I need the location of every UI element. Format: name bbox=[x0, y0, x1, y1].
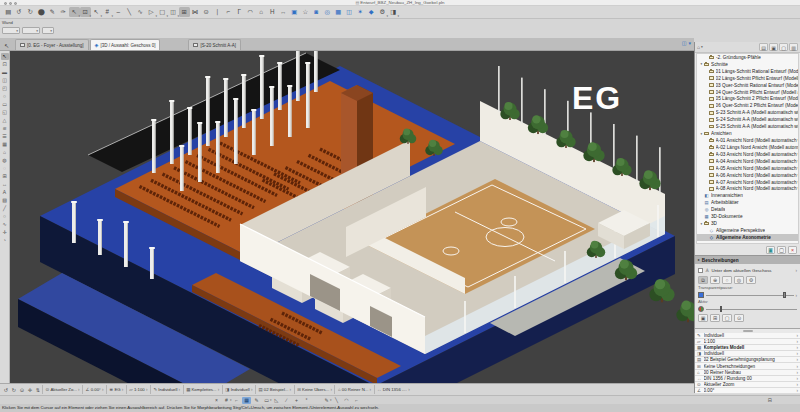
tree-item[interactable]: 02 Längs-Schnitt Pflicht Entwurf (Modell… bbox=[697, 75, 798, 82]
settings-icon[interactable]: ⚙▾ bbox=[377, 7, 388, 17]
tree-item[interactable]: ▾3D bbox=[697, 220, 798, 227]
camera-icon[interactable]: ▦ bbox=[333, 7, 344, 17]
edit-plane-icon[interactable]: ✎ bbox=[252, 397, 261, 405]
align-icon[interactable]: ↔ bbox=[278, 7, 289, 17]
project-map-icon[interactable]: ▤ bbox=[759, 43, 768, 51]
trim-icon[interactable]: ⋈ bbox=[190, 7, 201, 17]
corner-icon[interactable]: ⌐ bbox=[223, 7, 234, 17]
pick-icon[interactable]: ⊙ bbox=[734, 314, 744, 322]
tree-item[interactable]: A-01 Ansicht Nord (Modell automatisch wi… bbox=[697, 137, 798, 144]
beam-tool-icon[interactable]: ▭ bbox=[1, 101, 9, 108]
quick-bar-item[interactable]: ▦Komplettes...› bbox=[183, 385, 222, 394]
tree-item[interactable]: ◇Allgemeine Perspektive bbox=[697, 227, 798, 234]
zone-tool-icon[interactable]: ◌ bbox=[1, 165, 9, 172]
quick-bar-item[interactable]: ⊙Aktueller Zo...› bbox=[42, 385, 82, 394]
globe-icon[interactable]: ◎ bbox=[322, 7, 333, 17]
tab--s-20-schnitt-a-a-[interactable]: [S-20 Schnitt A-A] bbox=[188, 39, 241, 50]
corner-segment-icon[interactable]: ⌐ bbox=[352, 397, 361, 405]
line-tool-icon[interactable]: ╲ bbox=[124, 7, 135, 17]
line-segment-icon[interactable]: ╲ bbox=[332, 397, 341, 405]
pen-sets-icon[interactable]: ◨▾ bbox=[388, 7, 399, 17]
circle-tool-icon[interactable]: ○ bbox=[1, 213, 9, 220]
fill-tool-icon[interactable]: ▨ bbox=[1, 197, 9, 204]
tree-item[interactable]: A-06 Ansicht Nord (Modell automatisch wi… bbox=[697, 172, 798, 179]
view-map-icon[interactable]: ▣ bbox=[769, 43, 778, 51]
transparency-slider[interactable] bbox=[706, 295, 794, 296]
tab--3d-auswahl-geschoss-0-[interactable]: ◈[3D / Auswahl: Geschoss 0] bbox=[90, 39, 161, 50]
arrow-drop-icon[interactable]: ↖▾ bbox=[91, 7, 102, 17]
snap-grid-icon[interactable]: #▾ bbox=[222, 397, 231, 405]
tree-item[interactable]: ◧Innenansichten bbox=[697, 192, 798, 199]
pen-icon[interactable]: ✎ bbox=[47, 7, 58, 17]
fill-icon[interactable]: ⬤ bbox=[36, 7, 47, 17]
split-icon[interactable]: ⊙ bbox=[201, 7, 212, 17]
split-view-icon[interactable]: ▣ bbox=[698, 314, 708, 322]
overlay-icon[interactable]: ⊞ bbox=[710, 314, 720, 322]
snap-grid-icon[interactable]: #▾ bbox=[102, 7, 113, 17]
tree-item[interactable]: A-04 Ansicht Nord (Modell automatisch wi… bbox=[697, 158, 798, 165]
tree-item[interactable]: A-03 Ansicht Nord (Modell automatisch wi… bbox=[697, 151, 798, 158]
quick-bar-item[interactable]: ∠0.00°› bbox=[82, 385, 106, 394]
tree-item[interactable]: ◎Details bbox=[697, 206, 798, 213]
camera-tool-icon[interactable]: ◔ bbox=[1, 237, 9, 244]
tree-item[interactable]: S-24 Schnitt A-A (Modell automatisch wie… bbox=[697, 116, 798, 123]
tree-item[interactable]: 04 Quer-Schnitt Pflicht Entwurf (Modell … bbox=[697, 89, 798, 96]
quick-bar-item[interactable]: ⊞Keine Übers...› bbox=[294, 385, 335, 394]
tree-item[interactable]: A-02 Längs Nord Ansicht (Modell automati… bbox=[697, 144, 798, 151]
degree-icon[interactable]: ° bbox=[302, 397, 311, 405]
mesh-tool-icon[interactable]: ⊞ bbox=[1, 173, 9, 180]
door-tool-icon[interactable]: ◫ bbox=[1, 77, 9, 84]
marquee-tool-icon[interactable]: ⊡▾ bbox=[80, 7, 91, 17]
tree-item[interactable]: ▤Arbeitsblätter bbox=[697, 199, 798, 206]
tree-item[interactable]: A-05 Ansicht Nord (Modell automatisch wi… bbox=[697, 165, 798, 172]
tree-item[interactable]: ▦3D-Dokumente bbox=[697, 213, 798, 220]
redo-icon[interactable]: ↻ bbox=[25, 7, 36, 17]
fit-view-icon[interactable]: ⇅ bbox=[34, 387, 42, 393]
tree-item[interactable]: 05 Längs-Schnitt 2 Pflicht Entwurf (Mode… bbox=[697, 96, 798, 103]
info-box-dropdown-3[interactable]: ▾ bbox=[42, 27, 54, 34]
tree-item[interactable]: A-08 Ansicht Nord (Modell automatisch wi… bbox=[697, 186, 798, 193]
disclosure-icon[interactable]: ▾ bbox=[699, 132, 704, 136]
hotspot-tool-icon[interactable]: ✛ bbox=[1, 229, 9, 236]
chevron-right-icon[interactable]: › bbox=[796, 293, 798, 298]
cancel-icon[interactable]: × bbox=[212, 397, 221, 405]
curtain-wall-tool-icon[interactable]: ▦ bbox=[1, 141, 9, 148]
wall-tool-icon[interactable]: ▬ bbox=[1, 69, 9, 76]
slab-tool-icon[interactable]: ◱ bbox=[1, 109, 9, 116]
save-view-button[interactable]: ▣ bbox=[766, 246, 775, 254]
quick-bar-item[interactable]: ▤02 Beispiel...› bbox=[255, 385, 294, 394]
grid-snap-icon[interactable]: ▦ bbox=[242, 397, 251, 405]
3d-view-icon[interactable]: ◙ bbox=[311, 7, 322, 17]
box-tool-icon[interactable]: ▢▾ bbox=[157, 7, 168, 17]
pen-tools-icon[interactable]: ✎▾ bbox=[322, 397, 331, 405]
quick-bar-item[interactable]: ✎Individuell› bbox=[150, 385, 183, 394]
disclosure-icon[interactable]: ▾ bbox=[699, 62, 704, 66]
quick-option-row[interactable]: ∠0.00°› bbox=[695, 388, 800, 394]
chamfer-icon[interactable]: Γ bbox=[234, 7, 245, 17]
favorites-icon[interactable]: ☆ bbox=[300, 7, 311, 17]
orbit-icon[interactable]: ↺ bbox=[2, 387, 10, 393]
tree-item[interactable]: 01 Längs-Schnitt Rational Entwurf (Model… bbox=[697, 68, 798, 75]
add-reference-icon[interactable]: ⊕ bbox=[710, 276, 720, 284]
chevron-down-icon[interactable]: ▾ bbox=[688, 40, 691, 46]
brush-icon[interactable]: ✑ bbox=[58, 7, 69, 17]
hotlink-icon[interactable]: H bbox=[267, 7, 278, 17]
quick-bar-item[interactable]: ↔DIN 1356 -...› bbox=[374, 385, 413, 394]
fillet-icon[interactable]: ◠ bbox=[245, 7, 256, 17]
shape-tool-icon[interactable]: ▷▾ bbox=[146, 7, 157, 17]
tree-item[interactable]: S-25 Schnitt A-A (Modell automatisch wie… bbox=[697, 123, 798, 130]
ghost-icon[interactable]: ○ bbox=[722, 276, 732, 284]
reference-select[interactable]: Unter dem aktuellen Geschoss bbox=[711, 268, 793, 273]
quick-bar-item[interactable]: ◨Individuell› bbox=[222, 385, 255, 394]
undo-icon[interactable]: ↺ bbox=[14, 7, 25, 17]
slash-icon[interactable]: ∕ bbox=[282, 397, 291, 405]
tree-item[interactable]: ▾Schnitte bbox=[697, 61, 798, 68]
project-chooser-icon[interactable]: ⌂ bbox=[697, 42, 700, 52]
info-box-dropdown-2[interactable]: ▾ bbox=[22, 27, 40, 34]
guideline-icon[interactable]: ⌐ bbox=[232, 397, 241, 405]
trace-settings-icon[interactable]: ⚙ bbox=[746, 276, 756, 284]
railing-tool-icon[interactable]: ☰ bbox=[1, 133, 9, 140]
guide-line-icon[interactable]: ‒ bbox=[113, 7, 124, 17]
quick-bar-item[interactable]: ⌂00 Reiner N...› bbox=[334, 385, 373, 394]
spline-tool-icon[interactable]: ∿ bbox=[135, 7, 146, 17]
